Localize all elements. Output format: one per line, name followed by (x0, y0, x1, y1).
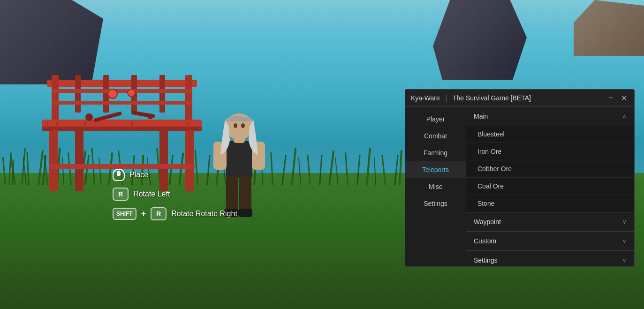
svg-rect-86 (238, 209, 252, 217)
sidebar-item-teleports[interactable]: Teleports (405, 161, 466, 178)
svg-point-75 (128, 89, 135, 97)
svg-rect-50 (52, 75, 59, 122)
rotate-left-label-row: R Rotate Left (113, 188, 237, 201)
svg-rect-67 (75, 130, 83, 191)
gui-content: Main ∧ Bluesteel Iron Ore Cobber Ore Coa… (466, 107, 634, 266)
svg-point-83 (234, 123, 237, 128)
section-settings-header[interactable]: Settings ∨ (466, 251, 634, 266)
svg-rect-59 (42, 127, 202, 131)
section-waypoint-label: Waypoint (474, 218, 501, 226)
close-button[interactable]: ✕ (619, 93, 629, 103)
svg-rect-69 (49, 164, 195, 169)
section-main: Main ∧ Bluesteel Iron Ore Cobber Ore Coa… (466, 107, 634, 212)
item-bluesteel[interactable]: Bluesteel (466, 126, 634, 143)
svg-rect-63 (131, 121, 133, 128)
sidebar-item-farming[interactable]: Farming (405, 144, 466, 161)
svg-rect-61 (56, 121, 58, 128)
sidebar-item-combat[interactable]: Combat (405, 128, 466, 144)
rock-center (433, 0, 527, 80)
rotate-left-key: R (113, 188, 129, 201)
plus-sign: + (141, 209, 146, 219)
svg-point-72 (85, 113, 93, 121)
svg-rect-52 (75, 75, 81, 113)
item-stone[interactable]: Stone (466, 195, 634, 212)
rotate-right-label-row: SHIFT + R Rotate Rotate Right (113, 207, 237, 220)
rotate-right-key: R (151, 207, 167, 220)
svg-rect-56 (52, 89, 192, 93)
place-label-text: Place (129, 171, 148, 179)
sidebar-item-misc[interactable]: Misc (405, 178, 466, 195)
gui-app-name: Kya-Ware (411, 94, 440, 102)
section-main-label: Main (474, 113, 488, 120)
svg-rect-60 (47, 121, 48, 128)
svg-rect-55 (159, 75, 165, 113)
rock-right (574, 0, 644, 56)
svg-rect-80 (239, 176, 251, 213)
svg-rect-49 (47, 80, 197, 87)
action-labels: Place R Rotate Left SHIFT + R Rotate Rot… (113, 169, 237, 227)
section-custom-label: Custom (474, 237, 496, 245)
section-settings: Settings ∨ (466, 251, 634, 266)
item-iron-ore[interactable]: Iron Ore (466, 143, 634, 160)
mouse-button-indicator (117, 171, 121, 176)
gui-separator: | (446, 94, 447, 102)
svg-rect-64 (188, 121, 189, 128)
svg-rect-51 (185, 75, 192, 122)
shift-key: SHIFT (113, 208, 136, 220)
section-waypoint-chevron: ∨ (622, 219, 627, 225)
section-custom-chevron: ∨ (622, 238, 627, 244)
section-custom: Custom ∨ (466, 232, 634, 251)
gui-titlebar: Kya-Ware | The Survival Game [BETA] − ✕ (405, 90, 634, 107)
item-cobber-ore[interactable]: Cobber Ore (466, 160, 634, 178)
section-settings-chevron: ∨ (622, 257, 627, 264)
section-main-chevron: ∧ (622, 113, 627, 120)
place-label-row: Place (113, 169, 237, 181)
rotate-left-label-text: Rotate Left (133, 190, 170, 198)
svg-point-84 (241, 123, 245, 128)
svg-rect-65 (49, 130, 58, 191)
svg-rect-62 (84, 121, 86, 128)
section-waypoint-header[interactable]: Waypoint ∨ (466, 212, 634, 231)
rotate-right-label-text: Rotate Rotate Right (171, 210, 237, 218)
gui-game-subtitle: The Survival Game [BETA] (453, 94, 531, 102)
gui-sidebar: Player Combat Farming Teleports Misc Set… (405, 107, 466, 266)
svg-rect-57 (52, 101, 192, 105)
section-custom-header[interactable]: Custom ∨ (466, 232, 634, 250)
minimize-button[interactable]: − (606, 93, 615, 103)
item-coal-ore[interactable]: Coal Ore (466, 178, 634, 195)
svg-point-74 (108, 89, 117, 98)
gui-title: Kya-Ware | The Survival Game [BETA] (411, 94, 531, 102)
section-main-items: Bluesteel Iron Ore Cobber Ore Coal Ore S… (466, 126, 634, 212)
section-main-header[interactable]: Main ∧ (466, 107, 634, 126)
mouse-icon (113, 169, 125, 181)
sidebar-item-settings[interactable]: Settings (405, 195, 466, 212)
sidebar-item-player[interactable]: Player (405, 111, 466, 128)
section-waypoint: Waypoint ∨ (466, 212, 634, 232)
gui-panel: Kya-Ware | The Survival Game [BETA] − ✕ … (405, 89, 635, 267)
section-settings-label: Settings (474, 256, 498, 264)
svg-point-73 (147, 113, 153, 119)
gui-body: Player Combat Farming Teleports Misc Set… (405, 107, 634, 266)
gui-window-controls: − ✕ (606, 93, 629, 103)
